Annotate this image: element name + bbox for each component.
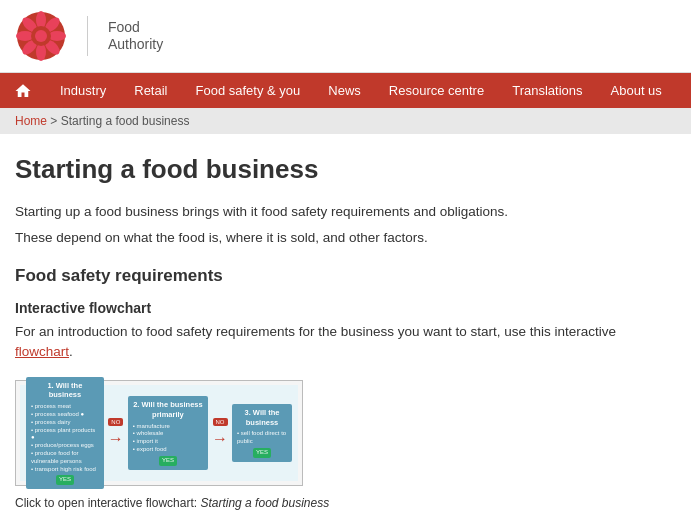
flow-item: process dairy: [31, 419, 99, 427]
intro-paragraph-2: These depend on what the food is, where …: [15, 227, 665, 249]
flowchart-caption: Click to open interactive flowchart: Sta…: [15, 496, 665, 510]
flowchart-link[interactable]: flowchart: [15, 344, 69, 359]
flowchart-container[interactable]: 1. Will the business process meat proces…: [15, 380, 303, 486]
flowchart-description: For an introduction to food safety requi…: [15, 322, 665, 363]
nav-home[interactable]: [0, 74, 46, 108]
flow-item: wholesale: [133, 430, 203, 438]
main-nav: Industry Retail Food safety & you News R…: [0, 73, 691, 108]
breadcrumb-separator: >: [50, 114, 60, 128]
intro-paragraph-1: Starting up a food business brings with …: [15, 201, 665, 223]
breadcrumb: Home > Starting a food business: [0, 108, 691, 134]
flow-item: produce/process eggs: [31, 442, 99, 450]
authority-label: Authority: [108, 36, 163, 53]
flow-item: manufacture: [133, 423, 203, 431]
flow-yes-badge-3: YES: [253, 448, 271, 458]
flow-box-2-list: manufacture wholesale import it export f…: [133, 423, 203, 454]
food-label: Food: [108, 19, 163, 36]
site-header: Food Authority: [0, 0, 691, 73]
flow-arrow-2: →: [212, 430, 228, 448]
flow-item: transport high risk food: [31, 466, 99, 474]
flowchart-text-before: For an introduction to food safety requi…: [15, 324, 616, 339]
home-icon: [14, 82, 32, 100]
flow-item: sell food direct to public: [237, 430, 287, 446]
flow-item: export food: [133, 446, 203, 454]
nav-food-safety[interactable]: Food safety & you: [182, 73, 315, 108]
flow-no-badge-1: NO: [108, 418, 123, 426]
flowchart-caption-text: Click to open interactive flowchart:: [15, 496, 200, 510]
flow-box-2: 2. Will the business primarily manufactu…: [128, 396, 208, 469]
nav-translations[interactable]: Translations: [498, 73, 596, 108]
flow-item: process seafood ●: [31, 411, 99, 419]
flow-yes-badge-2: YES: [159, 456, 177, 466]
nsw-logo: [15, 10, 67, 62]
flow-item: produce food for vulnerable persons: [31, 450, 99, 466]
flow-no-badge-2: NO: [213, 418, 228, 426]
flowchart-image: 1. Will the business process meat proces…: [20, 385, 298, 481]
logo-container: Food Authority: [15, 10, 163, 62]
svg-point-10: [35, 30, 47, 42]
nav-about-us[interactable]: About us: [597, 73, 676, 108]
flow-item: process plant products ●: [31, 427, 99, 443]
flow-box-3-list: sell food direct to public: [237, 430, 287, 446]
food-safety-heading: Food safety requirements: [15, 266, 665, 286]
main-content: Starting a food business Starting up a f…: [0, 134, 680, 516]
flow-item: import it: [133, 438, 203, 446]
breadcrumb-current: Starting a food business: [61, 114, 190, 128]
nav-industry[interactable]: Industry: [46, 73, 120, 108]
flowchart-text-after: .: [69, 344, 73, 359]
flow-item: process meat: [31, 403, 99, 411]
nav-news[interactable]: News: [314, 73, 375, 108]
flow-box-1-title: 1. Will the business: [31, 381, 99, 401]
breadcrumb-home[interactable]: Home: [15, 114, 47, 128]
nav-retail[interactable]: Retail: [120, 73, 181, 108]
flow-box-3-title: 3. Will the business: [237, 408, 287, 428]
interactive-flowchart-heading: Interactive flowchart: [15, 300, 665, 316]
flow-box-3: 3. Will the business sell food direct to…: [232, 404, 292, 462]
logo-divider: [87, 16, 88, 56]
nav-resource-centre[interactable]: Resource centre: [375, 73, 498, 108]
flow-arrow-1: →: [108, 430, 124, 448]
site-name: Food Authority: [108, 19, 163, 53]
flow-box-1-list: process meat process seafood ● process d…: [31, 403, 99, 473]
page-title: Starting a food business: [15, 154, 665, 185]
flow-box-2-title: 2. Will the business primarily: [133, 400, 203, 420]
flow-box-1: 1. Will the business process meat proces…: [26, 377, 104, 489]
flowchart-caption-italic: Starting a food business: [200, 496, 329, 510]
flow-yes-badge-1: YES: [56, 475, 74, 485]
